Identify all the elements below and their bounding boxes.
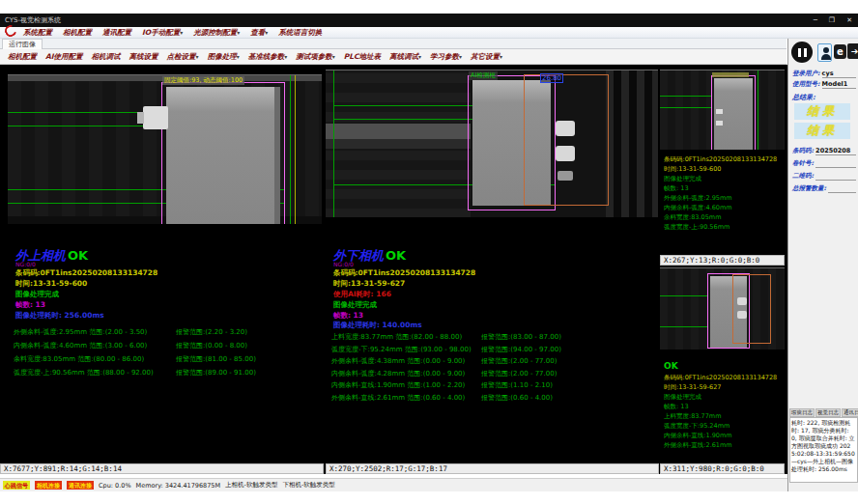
edge-line-yellow xyxy=(295,75,296,224)
alarm-count-field: 总报警数量: xyxy=(792,184,856,193)
menu-item-light-control[interactable]: 光源控制配置▾ xyxy=(193,28,240,38)
left-measurement-list: 外侧余料-弧度:2.95mm 范围:(2.00 - 3.50)报警范围:(2.2… xyxy=(14,327,318,381)
measurement-row: 外侧余料-弧度:2.95mm 范围:(2.00 - 3.50)报警范围:(2.2… xyxy=(14,327,318,341)
chevron-down-icon: ▾ xyxy=(180,29,183,36)
middle-measurement-list: 上料宽度:83.77mm 范围:(82.00 - 88.00)报警范围:(83.… xyxy=(331,332,650,405)
memory-usage: Memory: 3424.41796875M xyxy=(136,482,221,490)
log-tab-defect[interactable]: 瑕疵日志 xyxy=(789,408,815,417)
bright-spot xyxy=(558,171,573,181)
chevron-down-icon: ▾ xyxy=(265,29,268,36)
alarm-count-value[interactable] xyxy=(828,184,856,193)
thumb-top-coordinate-bar: X:267;Y:13;R:0;G:0;B:0 xyxy=(660,255,785,266)
maximize-icon[interactable]: ❐ xyxy=(829,16,835,24)
log-text[interactable]: 耗时: 222, 瑕疵检测耗时: 17, 瑕疵分类耗时: 0, 瑕疵提取合并耗时… xyxy=(789,417,858,483)
menu-item-language-switch[interactable]: 系统语言切换 xyxy=(278,28,322,38)
thumb-top-info: 条码码:0FT1ins20250208133134728 时间:13-31-59… xyxy=(664,154,784,232)
bright-spot xyxy=(737,311,747,319)
top-camera-trigger-mode: 上相机-软触发类型 xyxy=(225,481,277,490)
login-user-value[interactable]: cys xyxy=(822,70,856,78)
qrcode-value[interactable] xyxy=(815,172,856,181)
menu-item-io-manual-config[interactable]: IO手动配置▾ xyxy=(142,28,183,38)
login-user-field: 登录用户: cys xyxy=(792,70,856,78)
thumb-top-camera-view[interactable] xyxy=(660,70,785,150)
close-icon[interactable]: ✕ xyxy=(846,16,852,24)
browser-e-icon[interactable]: e xyxy=(834,44,846,59)
main-area: 固定阈值:93, 动态阈值:100 外上相机OK NG:0/0 条码码:0FT1… xyxy=(0,65,787,474)
toolbar-item-other-settings[interactable]: 其它设置▾ xyxy=(471,52,502,62)
model-field: 使用型号: Model1 xyxy=(792,80,856,89)
toolbar-item-baseline-params[interactable]: 基准线参数▾ xyxy=(248,52,288,62)
right-panel: e ➔ 登录用户: cys 使用型号: Model1 总结果: 结果 结果 条码… xyxy=(787,39,858,491)
edge-line-green xyxy=(290,75,291,224)
menu-item-comm-config[interactable]: 通讯配置 xyxy=(102,28,131,38)
exit-icon[interactable]: ➔ xyxy=(847,43,858,59)
measurement-row: 上料宽度:83.77mm 范围:(82.00 - 88.00)报警范围:(83.… xyxy=(331,332,650,345)
measurement-row: 内侧余料-弧度:4.28mm 范围:(0.00 - 9.00)报警范围:(2.0… xyxy=(331,369,650,381)
chevron-down-icon: ▾ xyxy=(418,53,421,60)
roi-rect-magenta xyxy=(161,82,285,224)
toolbar: 相机配置 AI使用配置 相机调试 离线设置 点检设置▾ 图像处理▾ 基准线参数▾… xyxy=(0,49,786,65)
measurement-row: 外侧余料-弧度:4.38mm 范围:(0.00 - 9.00)报警范围:(2.0… xyxy=(331,356,650,369)
bright-spot xyxy=(716,121,723,126)
user-button[interactable] xyxy=(817,43,832,62)
chevron-down-icon: ▾ xyxy=(500,53,502,60)
elapsed-line: 图像处理耗时: 256.00ms xyxy=(15,311,104,321)
minimize-icon[interactable]: ─ xyxy=(814,16,817,24)
threshold-overlay: 固定阈值:93, 动态阈值:100 xyxy=(162,76,244,85)
toolbar-item-ai-config[interactable]: AI使用配置 xyxy=(45,52,83,62)
toolbar-item-offline-settings[interactable]: 离线设置 xyxy=(129,52,158,62)
laser-line xyxy=(660,326,708,327)
thumb-bottom-info: OK 条码码:0FT1ins20250208133134728 时间:13-31… xyxy=(664,354,784,450)
tab-strip: 运行图像 xyxy=(0,39,786,49)
ai-time-line: 使用AI耗时: 166 xyxy=(333,290,391,299)
chevron-down-icon: ▾ xyxy=(284,53,287,60)
heartbeat-status-badge: 心跳信号 xyxy=(3,481,30,490)
thumb-bottom-camera-view[interactable] xyxy=(660,267,785,350)
menu-bar: 系统配置 相机配置 通讯配置 IO手动配置▾ 光源控制配置▾ 查看▾ 系统语言切… xyxy=(0,27,858,39)
toolbar-item-test-params[interactable]: 测试项参数▾ xyxy=(296,52,335,62)
frame-count-line: 帧数: 13 xyxy=(15,300,45,310)
tab-run-image[interactable]: 运行图像 xyxy=(2,39,43,49)
result-badge-2: 结果 xyxy=(794,123,850,139)
toolbar-item-camera-debug[interactable]: 相机调试 xyxy=(92,52,121,62)
log-tab-comm[interactable]: 通讯日志 xyxy=(842,408,858,417)
machine-band xyxy=(326,124,471,139)
threshold-overlay xyxy=(712,72,749,77)
elapsed-line: 图像处理耗时: 140.00ms xyxy=(333,321,422,330)
frame-count-line: 帧数: 13 xyxy=(333,311,363,321)
toolbar-item-learning-params[interactable]: 学习参数▾ xyxy=(430,52,462,62)
menu-item-view[interactable]: 查看▾ xyxy=(250,28,268,38)
measurement-row: 弧度宽度-上:90.56mm 范围:(88.00 - 92.00)报警范围:(8… xyxy=(14,368,318,381)
camera-status-badge: 相机连接 xyxy=(35,481,62,490)
reel-number-value[interactable] xyxy=(815,159,856,168)
status-bar: 心跳信号 相机连接 通讯连接 Cpu: 0.0% Memory: 3424.41… xyxy=(0,478,787,491)
pause-button[interactable] xyxy=(791,42,813,63)
bright-spot xyxy=(556,146,575,161)
toolbar-item-spot-check[interactable]: 点检设置▾ xyxy=(167,52,199,62)
barcode-value[interactable]: 20250208 xyxy=(815,147,856,155)
window-title: CYS-视觉检测系统 xyxy=(5,15,61,25)
model-value[interactable]: Model1 xyxy=(822,80,856,89)
time-line: 时间:13-31-59-627 xyxy=(333,279,405,289)
toolbar-item-offline-debug[interactable]: 离线调试▾ xyxy=(389,52,421,62)
ai-measure-value: 26.80 xyxy=(540,73,563,83)
log-panel: 瑕疵日志 视觉日志 通讯日志 耗时: 222, 瑕疵检测耗时: 17, 瑕疵分类… xyxy=(789,408,858,486)
titlebar: CYS-视觉检测系统 ─ ❐ ✕ xyxy=(0,14,858,27)
cpu-usage: Cpu: 0.0% xyxy=(99,482,131,490)
roi-rect-orange xyxy=(732,274,771,344)
log-tabs: 瑕疵日志 视觉日志 通讯日志 xyxy=(789,408,858,417)
laser-line xyxy=(660,107,712,108)
log-tab-vision[interactable]: 视觉日志 xyxy=(815,408,841,417)
middle-camera-view[interactable]: AI检测框 26.80 xyxy=(326,70,658,217)
process-done-line: 图像处理完成 xyxy=(15,290,59,299)
toolbar-item-image-processing[interactable]: 图像处理▾ xyxy=(208,52,240,62)
left-camera-view[interactable]: 固定阈值:93, 动态阈值:100 xyxy=(8,74,322,224)
menu-item-camera-config[interactable]: 相机配置 xyxy=(63,28,92,38)
ai-box-overlay: AI检测框 xyxy=(469,71,498,80)
barcode-field: 条码码: 20250208 xyxy=(792,147,856,155)
ng-counter: NG:0/0 xyxy=(15,261,36,267)
machine-texture xyxy=(606,70,658,217)
toolbar-item-camera-config[interactable]: 相机配置 xyxy=(8,52,37,62)
toolbar-item-plc-address[interactable]: PLC地址表 xyxy=(344,52,381,62)
menu-item-system-config[interactable]: 系统配置 xyxy=(23,28,52,38)
